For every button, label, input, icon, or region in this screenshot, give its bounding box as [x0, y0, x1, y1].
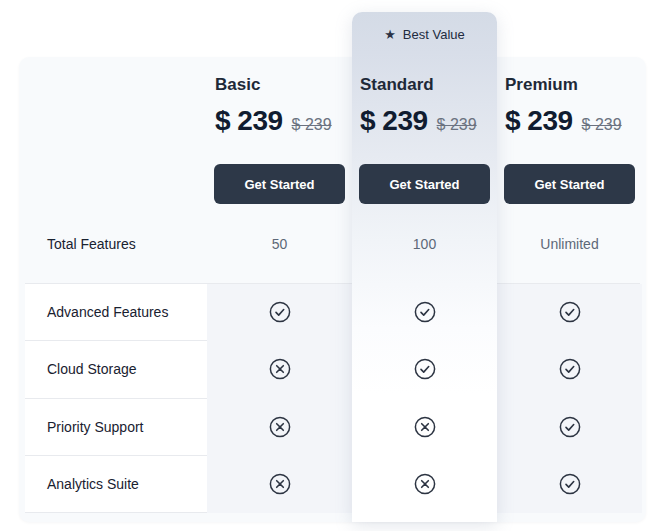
plan-name: Basic — [215, 75, 260, 95]
plan-old-price: $ 239 — [292, 116, 332, 134]
plan-price-row: $ 239 $ 239 — [505, 105, 622, 137]
cross-circle-icon — [414, 473, 436, 495]
pricing-page: ★ Best Value Basic $ 239 $ 239 Get Start… — [0, 0, 664, 531]
feature-row: Analytics Suite — [25, 456, 640, 514]
feature-label: Advanced Features — [47, 304, 168, 320]
check-circle-icon — [414, 301, 436, 323]
total-features-value: Unlimited — [497, 236, 642, 252]
feature-rows: Advanced Features Cloud Storage Priority… — [25, 283, 640, 513]
get-started-button-premium[interactable]: Get Started — [504, 164, 635, 204]
plan-price-row: $ 239 $ 239 — [215, 105, 332, 137]
check-circle-icon — [559, 416, 581, 438]
check-circle-icon — [559, 358, 581, 380]
cross-circle-icon — [269, 416, 291, 438]
check-circle-icon — [269, 301, 291, 323]
cross-circle-icon — [414, 416, 436, 438]
feature-row: Cloud Storage — [25, 341, 640, 399]
check-circle-icon — [559, 301, 581, 323]
plan-price: $ 239 — [215, 105, 283, 137]
plan-price-row: $ 239 $ 239 — [360, 105, 477, 137]
plan-name: Premium — [505, 75, 578, 95]
cross-circle-icon — [269, 358, 291, 380]
total-features-value: 100 — [352, 236, 497, 252]
plan-old-price: $ 239 — [437, 116, 477, 134]
check-circle-icon — [414, 358, 436, 380]
feature-label: Priority Support — [47, 419, 143, 435]
feature-row: Priority Support — [25, 398, 640, 456]
feature-label: Analytics Suite — [47, 476, 139, 492]
get-started-button-basic[interactable]: Get Started — [214, 164, 345, 204]
feature-row: Advanced Features — [25, 283, 640, 341]
plan-price: $ 239 — [505, 105, 573, 137]
plan-name: Standard — [360, 75, 434, 95]
cross-circle-icon — [269, 473, 291, 495]
plan-old-price: $ 239 — [582, 116, 622, 134]
feature-label: Total Features — [47, 236, 136, 252]
total-features-value: 50 — [207, 236, 352, 252]
feature-label: Cloud Storage — [47, 361, 137, 377]
check-circle-icon — [559, 473, 581, 495]
plan-price: $ 239 — [360, 105, 428, 137]
get-started-button-standard[interactable]: Get Started — [359, 164, 490, 204]
content-layer: Basic $ 239 $ 239 Get Started Standard $… — [0, 0, 664, 531]
